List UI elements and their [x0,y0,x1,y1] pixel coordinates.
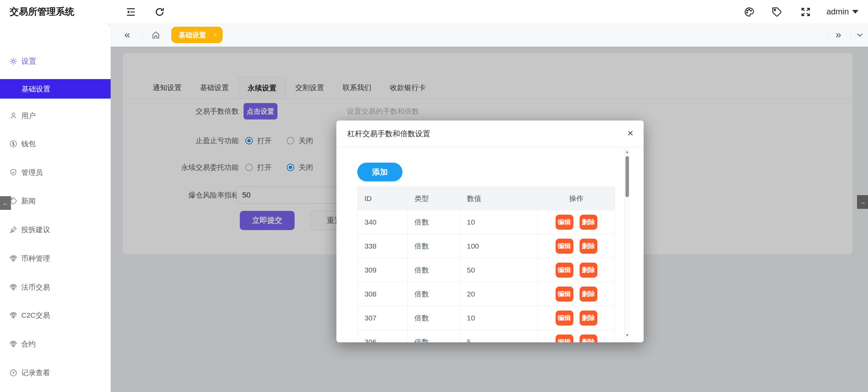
cell-id: 308 [358,282,408,306]
cell-type: 倍数 [408,210,460,234]
col-header-type: 类型 [408,187,460,210]
sidebar-item-wallet[interactable]: 钱包 [0,135,111,153]
sidebar-item-label: 合约 [21,339,36,349]
cell-type: 倍数 [408,258,460,282]
gear-icon [9,57,17,65]
cell-id: 340 [358,210,408,234]
drawer-handle-left-arrow[interactable]: ← [0,196,11,210]
sidebar-item-label: 记录查看 [21,368,50,378]
shield-check-icon [9,168,17,177]
edit-button[interactable]: 编辑 [556,215,573,230]
sidebar-item-label: 新闻 [21,196,36,206]
cell-type: 倍数 [408,282,460,306]
modal-scrollbar-thumb[interactable] [625,156,629,197]
theme-palette-icon[interactable] [744,7,755,17]
sidebar-group-label: 设置 [21,56,36,66]
app-logo: 交易所管理系统 [10,0,74,23]
sidebar-item-users[interactable]: 用户 [0,107,111,125]
table-header-row: ID 类型 数值 操作 [358,187,615,210]
edit-button[interactable]: 编辑 [556,311,573,326]
tags-icon[interactable] [771,7,782,17]
separator [142,27,142,43]
table-row: 308 倍数 20 编辑 删除 [358,282,615,306]
col-header-action: 操作 [538,187,615,210]
refresh-icon[interactable] [154,7,165,17]
cell-id: 307 [358,306,408,330]
modal-close-icon[interactable]: × [627,121,633,147]
cell-id: 309 [358,258,408,282]
user-name: admin [827,7,849,16]
sidebar-item-label: C2C交易 [21,311,50,320]
cell-type: 倍数 [408,234,460,258]
col-header-value: 数值 [460,187,538,210]
edit-button[interactable]: 编辑 [556,239,573,254]
delete-button[interactable]: 删除 [580,334,597,343]
add-button[interactable]: 添加 [357,163,402,181]
modal-header: 杠杆交易手数和倍数设置 × [336,121,644,147]
table-row: 340 倍数 10 编辑 删除 [358,210,615,234]
modal-title: 杠杆交易手数和倍数设置 [347,121,430,147]
sidebar-item-c2c-trade[interactable]: C2C交易 [0,306,111,324]
sidebar-item-label: 用户 [21,111,36,121]
drawer-handle-right-arrow[interactable]: → [857,195,868,209]
sidebar-item-label: 投拆建议 [21,225,50,235]
delete-button[interactable]: 删除 [580,263,597,278]
dashboard-icon [9,369,17,377]
cell-id: 338 [358,234,408,258]
table-row: 309 倍数 50 编辑 删除 [358,258,615,282]
menu-fold-icon[interactable] [125,7,136,17]
delete-button[interactable]: 删除 [580,215,597,230]
gem-icon [9,311,17,319]
top-header: 交易所管理系统 [0,0,868,23]
cell-value: 10 [460,306,538,330]
leverage-table: ID 类型 数值 操作 340 倍数 10 编辑 删除 338 倍数 100 编… [357,187,615,342]
user-icon [9,112,17,120]
cell-value: 100 [460,234,538,258]
gem-icon [9,340,17,348]
delete-button[interactable]: 删除 [580,311,597,326]
page-tag-basic-settings[interactable]: 基础设置 × [171,27,223,43]
sidebar-item-label: 钱包 [21,139,36,149]
edit-button[interactable]: 编辑 [556,334,573,343]
edit-button[interactable]: 编辑 [556,263,573,278]
dollar-circle-icon [9,140,17,148]
sidebar-item-feedback[interactable]: 投拆建议 [0,221,111,239]
sidebar-item-admins[interactable]: 管理员 [0,164,111,181]
user-menu[interactable]: admin [827,0,858,23]
sidebar-item-contract[interactable]: 合约 [0,335,111,353]
sidebar-item-label: 法币交易 [21,282,50,292]
caret-down-icon [852,10,858,14]
page-tag-label: 基础设置 [179,30,206,40]
tag-close-icon[interactable]: × [213,31,217,39]
cell-type: 倍数 [408,306,460,330]
sidebar-group-settings[interactable]: 设置 [0,52,111,70]
gem-icon [9,283,17,291]
sidebar-item-news[interactable]: 新闻 [0,192,111,210]
col-header-id: ID [358,187,408,210]
table-row-partial: 306 倍数 5 编辑 删除 [358,330,615,342]
delete-button[interactable]: 删除 [580,287,597,302]
sidebar-item-coin-management[interactable]: 币种管理 [0,250,111,267]
pushpin-icon [9,226,17,234]
gem-icon [9,254,17,263]
scroll-right-icon[interactable]: » [835,23,841,47]
sidebar-item-records[interactable]: 记录查看 [0,364,111,382]
table-row: 307 倍数 10 编辑 删除 [358,306,615,330]
scrollbar-down-arrow[interactable]: ▼ [625,333,629,338]
sidebar-item-basic-settings-active[interactable]: 基础设置 [0,79,111,99]
chevron-down-icon[interactable] [856,31,864,39]
delete-button[interactable]: 删除 [580,239,597,254]
cell-value: 10 [460,210,538,234]
separator [851,27,851,43]
tab-tag-bar: « 基础设置 × » [111,23,868,47]
separator [829,27,829,43]
leverage-settings-modal: 杠杆交易手数和倍数设置 × 添加 ID 类型 数值 操作 340 倍数 10 编… [336,121,644,342]
fullscreen-icon[interactable] [800,7,811,17]
cell-id: 306 [358,330,408,342]
sidebar-item-fiat-trade[interactable]: 法币交易 [0,278,111,296]
edit-button[interactable]: 编辑 [556,287,573,302]
sidebar: 设置 基础设置 用户 钱包 [0,23,111,392]
scrollbar-up-arrow[interactable]: ▲ [625,149,629,154]
collapse-left-icon[interactable]: « [124,23,130,47]
home-icon[interactable] [151,30,160,39]
